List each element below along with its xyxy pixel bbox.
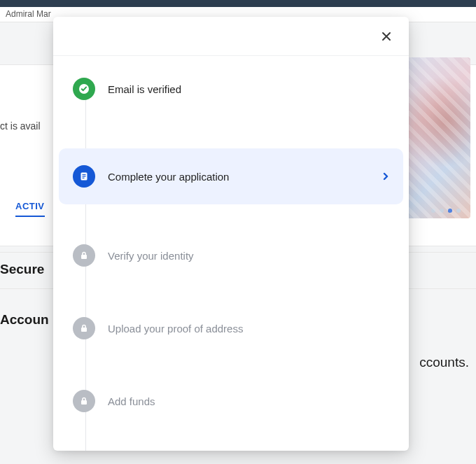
chevron-right-icon bbox=[382, 171, 389, 181]
lock-icon bbox=[73, 390, 95, 412]
step-verify-identity: Verify your identity bbox=[73, 242, 389, 269]
svg-rect-4 bbox=[83, 178, 85, 178]
step-label: Email is verified bbox=[108, 83, 389, 95]
step-label: Upload your proof of address bbox=[108, 323, 389, 335]
close-icon bbox=[381, 31, 392, 42]
accounts-tail-text: ccounts. bbox=[419, 355, 469, 370]
svg-rect-3 bbox=[83, 176, 86, 176]
onboarding-steps: Email is verified Complete your applicat… bbox=[53, 56, 409, 451]
app-topbar bbox=[0, 0, 476, 7]
step-label: Complete your application bbox=[108, 171, 370, 183]
svg-rect-5 bbox=[81, 255, 87, 259]
section-account-heading: Accoun bbox=[0, 312, 49, 328]
check-circle-icon bbox=[73, 78, 95, 100]
form-icon bbox=[73, 165, 95, 188]
tab-active[interactable]: ACTIV bbox=[15, 201, 45, 217]
step-label: Add funds bbox=[108, 395, 389, 407]
step-label: Verify your identity bbox=[108, 250, 389, 262]
svg-rect-6 bbox=[81, 328, 87, 332]
onboarding-modal: Email is verified Complete your applicat… bbox=[53, 17, 409, 451]
lock-icon bbox=[73, 244, 95, 267]
step-proof-of-address: Upload your proof of address bbox=[73, 315, 389, 342]
bg-availability-text: ct is avail bbox=[0, 120, 41, 132]
svg-rect-7 bbox=[81, 400, 87, 405]
carousel-dots[interactable] bbox=[431, 209, 461, 213]
step-complete-application[interactable]: Complete your application bbox=[59, 148, 403, 204]
step-email-verified: Email is verified bbox=[73, 76, 389, 102]
modal-header bbox=[53, 17, 409, 56]
svg-rect-2 bbox=[83, 174, 86, 175]
close-button[interactable] bbox=[375, 25, 398, 48]
section-secure-heading: Secure bbox=[0, 262, 44, 277]
step-add-funds: Add funds bbox=[73, 388, 389, 414]
lock-icon bbox=[73, 317, 95, 339]
brand-name: Admiral Mar bbox=[6, 9, 51, 19]
